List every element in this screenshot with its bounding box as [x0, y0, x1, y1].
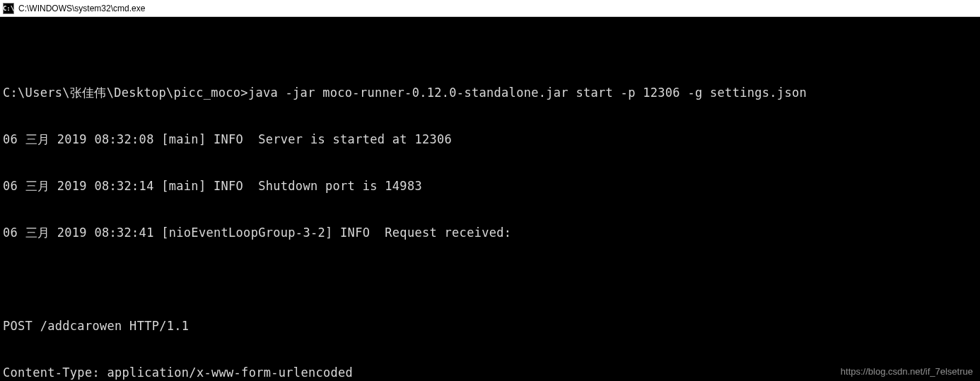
window-title: C:\WINDOWS\system32\cmd.exe	[18, 4, 145, 13]
terminal-line: POST /addcarowen HTTP/1.1	[3, 318, 977, 334]
terminal-line: 06 三月 2019 08:32:14 [main] INFO Shutdown…	[3, 178, 977, 194]
window-title-bar: C:\ C:\WINDOWS\system32\cmd.exe	[0, 0, 980, 17]
terminal-line: 06 三月 2019 08:32:41 [nioEventLoopGroup-3…	[3, 225, 977, 240]
terminal-line: 06 三月 2019 08:32:08 [main] INFO Server i…	[3, 131, 977, 147]
watermark-text: https://blog.csdn.net/if_7elsetrue	[841, 366, 973, 377]
cmd-icon: C:\	[3, 3, 14, 14]
terminal-line: C:\Users\张佳伟\Desktop\picc_moco>java -jar…	[3, 85, 977, 100]
terminal-output[interactable]: C:\Users\张佳伟\Desktop\picc_moco>java -jar…	[0, 17, 980, 381]
terminal-blank	[3, 271, 977, 287]
terminal-line: Content-Type: application/x-www-form-url…	[3, 365, 977, 380]
